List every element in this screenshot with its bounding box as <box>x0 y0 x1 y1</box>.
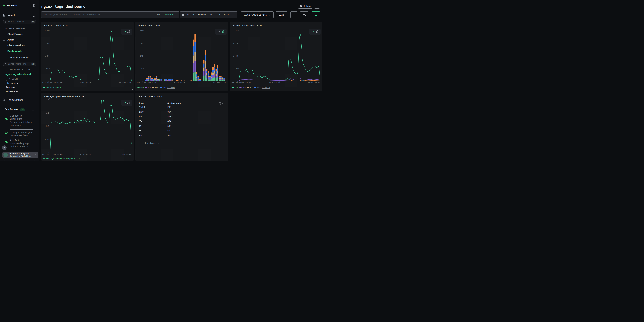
svg-text:Oct 20 11:00:00 AM: Oct 20 11:00:00 AM <box>136 82 156 84</box>
svg-text:0: 0 <box>48 151 49 153</box>
svg-text:Requests over time: Requests over time <box>44 24 68 27</box>
svg-text:Oct 20 11:00:00 AM: Oct 20 11:00:00 AM <box>231 82 251 84</box>
svg-text:9:30:00 PM: 9:30:00 PM <box>80 82 91 84</box>
svg-text:0.35: 0.35 <box>44 138 49 140</box>
svg-text:0: 0 <box>236 80 238 82</box>
svg-text:344: 344 <box>138 116 142 118</box>
svg-text:200: 200 <box>235 86 238 88</box>
svg-text:304: 304 <box>242 86 246 88</box>
svg-text:9:30:00 PM: 9:30:00 PM <box>268 82 280 84</box>
svg-text:2708: 2708 <box>138 111 144 113</box>
svg-text:0: 0 <box>48 80 49 82</box>
svg-text:Average upstream response time: Average upstream response time <box>46 158 81 160</box>
svg-text:404: 404 <box>168 120 171 123</box>
svg-text:1.1: 1.1 <box>46 112 49 114</box>
svg-text:280: 280 <box>140 30 143 32</box>
svg-text:400: 400 <box>140 86 144 88</box>
svg-text:200: 200 <box>168 106 171 108</box>
svg-text:11:00:00 AM: 11:00:00 AM <box>308 82 320 84</box>
svg-text:400: 400 <box>250 86 253 88</box>
svg-text:Oct 20 11:00:00 AM: Oct 20 11:00:00 AM <box>42 154 62 156</box>
svg-text:Loading...: Loading... <box>145 142 159 144</box>
svg-text:344: 344 <box>138 125 142 128</box>
svg-text:Errors over time: Errors over time <box>138 24 160 27</box>
svg-text:340: 340 <box>138 134 142 137</box>
svg-text:+1 more: +1 more <box>167 86 175 88</box>
svg-text:0: 0 <box>142 80 143 82</box>
svg-text:210: 210 <box>140 42 143 44</box>
svg-text:502: 502 <box>168 130 171 132</box>
svg-text:304: 304 <box>168 111 171 113</box>
svg-text:294: 294 <box>138 120 142 123</box>
svg-text:9:30:00 PM: 9:30:00 PM <box>174 82 185 84</box>
svg-text:+3 more: +3 more <box>262 86 270 88</box>
svg-text:Status code counts: Status code counts <box>138 95 162 98</box>
svg-text:11:00:00 AM: 11:00:00 AM <box>119 154 132 156</box>
svg-text:Status code: Status code <box>168 102 182 104</box>
svg-text:Status codes over time: Status codes over time <box>233 24 262 27</box>
svg-text:404: 404 <box>148 86 151 88</box>
svg-text:500: 500 <box>155 86 159 88</box>
svg-text:0.7: 0.7 <box>46 125 49 127</box>
svg-text:2.4K: 2.4K <box>44 42 49 44</box>
svg-text:Average upstream response time: Average upstream response time <box>44 95 84 98</box>
svg-text:10:30:00 AM: 10:30:00 AM <box>213 82 226 84</box>
svg-text:3.2K: 3.2K <box>44 30 49 32</box>
svg-text:500: 500 <box>168 125 171 128</box>
svg-text:700: 700 <box>234 68 238 70</box>
svg-text:70: 70 <box>141 68 143 70</box>
svg-text:23798: 23798 <box>138 106 145 108</box>
svg-text:Count: Count <box>138 102 145 104</box>
svg-text:9:30:00 PM: 9:30:00 PM <box>80 154 91 156</box>
svg-text:2.8K: 2.8K <box>233 30 238 32</box>
svg-text:400: 400 <box>168 116 171 118</box>
svg-text:503: 503 <box>168 134 171 137</box>
svg-text:Oct 20 11:00:00 AM: Oct 20 11:00:00 AM <box>42 82 62 84</box>
svg-text:502: 502 <box>162 86 166 88</box>
svg-text:11:00:00 AM: 11:00:00 AM <box>119 82 132 84</box>
svg-text:404: 404 <box>257 86 260 88</box>
svg-text:1.4: 1.4 <box>46 99 49 101</box>
svg-text:352: 352 <box>138 130 142 132</box>
svg-text:Request count: Request count <box>46 86 61 88</box>
svg-text:800: 800 <box>46 68 49 70</box>
svg-text:140: 140 <box>140 55 143 57</box>
svg-text:1.4K: 1.4K <box>233 55 238 57</box>
svg-text:2.1K: 2.1K <box>233 42 238 44</box>
svg-text:1.6K: 1.6K <box>44 55 49 57</box>
